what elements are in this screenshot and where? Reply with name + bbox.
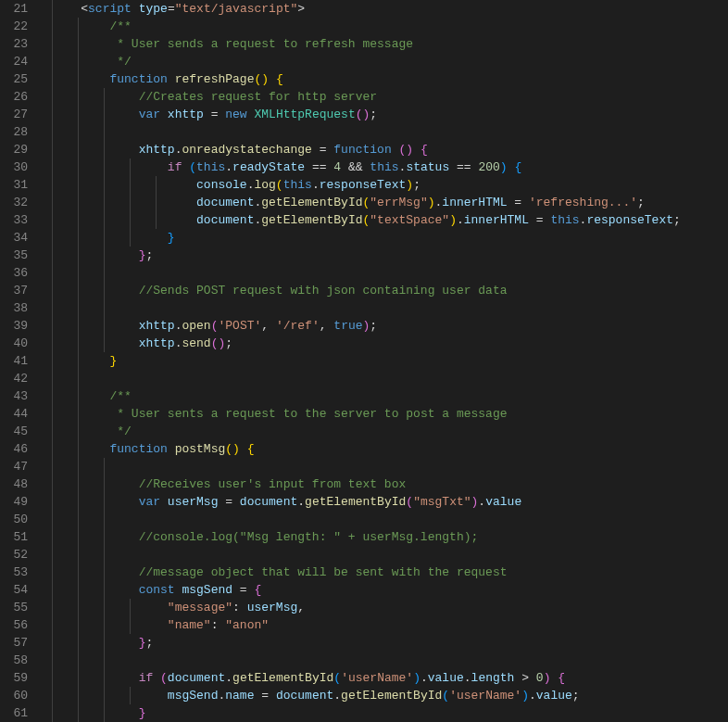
indent-guide [78, 528, 79, 546]
indent-guide [52, 106, 53, 123]
token-num: 200 [478, 160, 499, 174]
code-line[interactable]: }; [52, 247, 728, 264]
code-line[interactable]: var xhttp = new XMLHttpRequest(); [52, 106, 728, 123]
indent-guide [52, 423, 53, 440]
token-string: "msgTxt" [413, 495, 471, 509]
code-line[interactable]: */ [52, 53, 728, 70]
code-line[interactable]: */ [52, 423, 728, 440]
indent-guide [52, 299, 53, 317]
code-line[interactable]: //message object that will be sent with … [52, 564, 728, 581]
indent-guide [104, 546, 105, 564]
token-bracket2: ( [406, 495, 413, 509]
code-line[interactable]: "message": userMsg, [52, 599, 728, 616]
code-line[interactable]: var userMsg = document.getElementById("m… [52, 493, 728, 511]
code-line[interactable]: } [52, 704, 728, 722]
code-line[interactable] [52, 370, 728, 387]
code-line[interactable]: xhttp.send(); [52, 335, 728, 352]
token-var: xhttp [139, 143, 175, 157]
token-comment: //Receives user's input from text box [139, 477, 407, 491]
indent-guide [78, 282, 79, 299]
indent-guide [52, 70, 53, 88]
indent-guide [104, 652, 105, 669]
indent-guide [104, 634, 105, 652]
indent-guide [52, 211, 53, 229]
line-number: 42 [6, 370, 28, 387]
indent-guide [78, 564, 79, 581]
indent-guide [52, 141, 53, 158]
indent-guide [104, 528, 105, 546]
token-bracket2: { [558, 671, 565, 685]
code-line[interactable]: }; [52, 634, 728, 652]
token-bracket1: () [225, 442, 240, 456]
indent-guide [104, 123, 105, 141]
token-op [240, 442, 247, 456]
code-line[interactable]: msgSend.name = document.getElementById('… [52, 687, 728, 704]
code-line[interactable] [52, 458, 728, 475]
code-line[interactable] [52, 264, 728, 282]
code-line[interactable]: xhttp.onreadystatechange = function () { [52, 141, 728, 158]
token-kw: this [370, 160, 398, 174]
code-line[interactable]: //console.log("Msg length: " + userMsg.l… [52, 528, 728, 546]
token-op [153, 671, 160, 685]
code-area[interactable]: <script type="text/javascript"> /** * Us… [37, 0, 728, 722]
token-punct: , [297, 601, 305, 614]
code-line[interactable] [52, 511, 728, 528]
code-line[interactable] [52, 546, 728, 564]
code-line[interactable]: /** [52, 18, 728, 35]
line-number: 35 [6, 247, 28, 264]
code-line[interactable]: //Receives user's input from text box [52, 475, 728, 493]
line-number: 59 [6, 669, 28, 687]
indent-guide [104, 247, 105, 264]
code-line[interactable]: document.getElementById("textSpace").inn… [52, 211, 728, 229]
indent-guide [78, 704, 79, 722]
token-bracket1: () [254, 72, 269, 86]
indent-guide [78, 652, 79, 669]
line-number: 45 [6, 423, 28, 440]
token-op: = [232, 583, 254, 597]
code-line[interactable] [52, 299, 728, 317]
code-line[interactable]: xhttp.open('POST', '/ref', true); [52, 317, 728, 335]
token-bracket3: ) [413, 671, 420, 685]
code-line[interactable]: function postMsg() { [52, 440, 728, 458]
line-number: 23 [6, 35, 28, 53]
code-line[interactable]: "name": "anon" [52, 616, 728, 634]
token-var: msgSend [182, 583, 232, 597]
token-var: length [471, 671, 515, 685]
token-bracket2: { [254, 583, 261, 597]
code-line[interactable]: } [52, 352, 728, 370]
token-kw: function [109, 442, 167, 456]
token-string: "name" [168, 618, 211, 632]
line-number: 49 [6, 493, 28, 511]
token-bracket2: () [211, 336, 226, 350]
token-kw2: if [139, 671, 154, 685]
code-editor[interactable]: 2122232425262728293031323334353637383940… [0, 0, 728, 722]
code-line[interactable]: //Creates request for http server [52, 88, 728, 106]
code-line[interactable]: console.log(this.responseText); [52, 176, 728, 194]
token-op: = [204, 108, 225, 121]
code-line[interactable]: //Sends POST request with json containin… [52, 282, 728, 299]
token-op: > [514, 671, 535, 685]
code-line[interactable]: if (document.getElementById('userName').… [52, 669, 728, 687]
line-number-gutter: 2122232425262728293031323334353637383940… [0, 0, 37, 722]
code-line[interactable]: function refreshPage() { [52, 70, 728, 88]
token-kw: var [139, 108, 160, 121]
indent-guide [78, 247, 79, 264]
code-line[interactable]: document.getElementById("errMsg").innerH… [52, 194, 728, 211]
code-line[interactable] [52, 652, 728, 669]
line-number: 50 [6, 511, 28, 528]
code-line[interactable]: * User sends a request to refresh messag… [52, 35, 728, 53]
token-kw2: if [168, 160, 182, 174]
code-line[interactable]: if (this.readyState == 4 && this.status … [52, 158, 728, 176]
token-bracket3: ) [521, 689, 529, 703]
code-line[interactable]: /** [52, 387, 728, 405]
code-line[interactable]: <script type="text/javascript"> [52, 0, 728, 18]
code-line[interactable]: * User sents a request to the server to … [52, 405, 728, 423]
token-bracket2: } [139, 706, 146, 720]
token-var: document [196, 213, 254, 227]
code-line[interactable]: const msgSend = { [52, 581, 728, 599]
code-line[interactable]: } [52, 229, 728, 247]
indent-guide [52, 511, 53, 528]
indent-guide [104, 282, 105, 299]
indent-guide [130, 687, 131, 704]
code-line[interactable] [52, 123, 728, 141]
